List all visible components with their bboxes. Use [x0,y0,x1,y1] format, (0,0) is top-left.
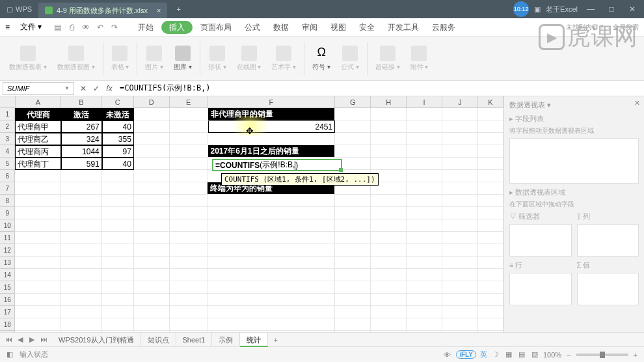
cell-D12[interactable] [134,244,170,257]
cell-A18[interactable] [15,318,61,331]
ime-indicator[interactable]: 英 [480,350,487,359]
cell-K4[interactable] [478,145,503,158]
fx-icon[interactable]: fx [103,84,116,93]
cell-A19[interactable] [15,331,61,332]
cell-G14[interactable] [335,269,371,281]
cell-F15[interactable] [208,281,336,294]
formula-input[interactable]: =COUNTIFS(示例!B:B,) [116,83,644,94]
cell-A4[interactable]: 代理商丙 [15,145,61,158]
cell-E1[interactable] [170,108,208,120]
cell-K10[interactable] [478,219,503,232]
cell-I1[interactable] [407,108,442,120]
cell-F4[interactable]: 2017年6月1日之后的销量 [208,145,336,158]
cell-J15[interactable] [442,281,478,294]
cell-H8[interactable] [371,195,407,207]
cell-E14[interactable] [170,269,208,281]
cell-D1[interactable] [134,108,170,120]
cell-G2[interactable] [335,120,371,133]
cell-F2[interactable]: 2451 [208,120,336,133]
cell-B15[interactable] [61,281,102,294]
cell-G16[interactable] [335,294,371,306]
cell-C17[interactable] [102,306,134,318]
cell-G8[interactable] [335,195,371,207]
view-normal-icon[interactable]: ▦ [504,350,513,359]
cell-K5[interactable] [478,158,503,170]
cell-D8[interactable] [134,195,170,207]
cell-A5[interactable]: 代理商丁 [15,158,61,170]
close-window-button[interactable]: ✕ [624,3,640,16]
cell-C10[interactable] [102,219,134,232]
search-hint[interactable]: 未找到内容？ ○ 全局搜索 [566,23,644,32]
cell-C11[interactable] [102,232,134,244]
ribbon-tab-页面布局[interactable]: 页面布局 [194,18,238,36]
gallery-button[interactable]: 图库 ▾ [170,44,196,73]
cell-I14[interactable] [407,269,442,281]
ribbon-tab-安全[interactable]: 安全 [353,18,381,36]
cell-K14[interactable] [478,269,503,281]
cell-D2[interactable] [134,120,170,133]
cell-K12[interactable] [478,244,503,257]
cell-B8[interactable] [61,195,102,207]
sheet-tab-知识点[interactable]: 知识点 [141,333,176,347]
cell-D5[interactable] [134,158,170,170]
row-header-14[interactable]: 14 [0,269,15,281]
row-header-6[interactable]: 6 [0,170,15,182]
zoom-slider[interactable] [576,354,628,356]
cell-D19[interactable] [134,331,170,332]
undo-icon[interactable]: ↶ [95,22,105,33]
cell-D7[interactable] [134,182,170,195]
cell-H17[interactable] [371,306,407,318]
user-name[interactable]: 老王Excel [546,5,578,14]
cell-B5[interactable]: 591 [61,158,102,170]
cell-I13[interactable] [407,257,442,269]
row-header-15[interactable]: 15 [0,281,15,294]
cell-J9[interactable] [442,207,478,219]
cell-E17[interactable] [170,306,208,318]
options-icon[interactable]: ◧ [7,350,13,359]
cell-I5[interactable] [407,158,442,170]
cell-F18[interactable] [208,318,336,331]
view-custom-icon[interactable]: ▧ [530,350,539,359]
ribbon-tab-审阅[interactable]: 审阅 [295,18,324,36]
sheet-tab-统计[interactable]: 统计 [240,333,268,347]
cell-D16[interactable] [134,294,170,306]
cell-G9[interactable] [335,207,371,219]
cell-G3[interactable] [335,133,371,145]
cell-I19[interactable] [407,331,442,332]
cell-A2[interactable]: 代理商甲 [15,120,61,133]
cell-F14[interactable] [208,269,336,281]
cancel-formula-icon[interactable]: ✕ [77,84,90,93]
cell-E3[interactable] [170,133,208,145]
sheet-tab-WPS2019从入门到精通[interactable]: WPS2019从入门到精通 [52,333,141,347]
print-icon[interactable]: ⎙ [66,22,77,33]
cell-J6[interactable] [442,170,478,182]
cell-I4[interactable] [407,145,442,158]
cell-I16[interactable] [407,294,442,306]
cell-A6[interactable] [15,170,61,182]
cell-E5[interactable] [170,158,208,170]
zoom-out-button[interactable]: − [565,351,572,359]
first-sheet-icon[interactable]: ⏮ [3,335,14,344]
close-panel-icon[interactable]: ✕ [634,99,640,107]
cell-J3[interactable] [442,133,478,145]
cell-G10[interactable] [335,219,371,232]
spreadsheet-grid[interactable]: ABCDEFGHIJK 1代理商激活未激活非代理商甲的销量2代理商甲267402… [0,96,503,332]
cell-I18[interactable] [407,318,442,331]
row-header-2[interactable]: 2 [0,120,15,133]
cell-H14[interactable] [371,269,407,281]
cell-K16[interactable] [478,294,503,306]
cell-B10[interactable] [61,219,102,232]
cell-E4[interactable] [170,145,208,158]
cell-H11[interactable] [371,232,407,244]
cell-A15[interactable] [15,281,61,294]
cell-I9[interactable] [407,207,442,219]
ribbon-tab-数据[interactable]: 数据 [267,18,295,36]
cell-D18[interactable] [134,318,170,331]
cell-H16[interactable] [371,294,407,306]
row-header-16[interactable]: 16 [0,294,15,306]
cell-C15[interactable] [102,281,134,294]
maximize-button[interactable]: □ [604,3,619,16]
cell-J17[interactable] [442,306,478,318]
next-sheet-icon[interactable]: ▶ [26,335,38,344]
column-header-E[interactable]: E [170,96,208,107]
